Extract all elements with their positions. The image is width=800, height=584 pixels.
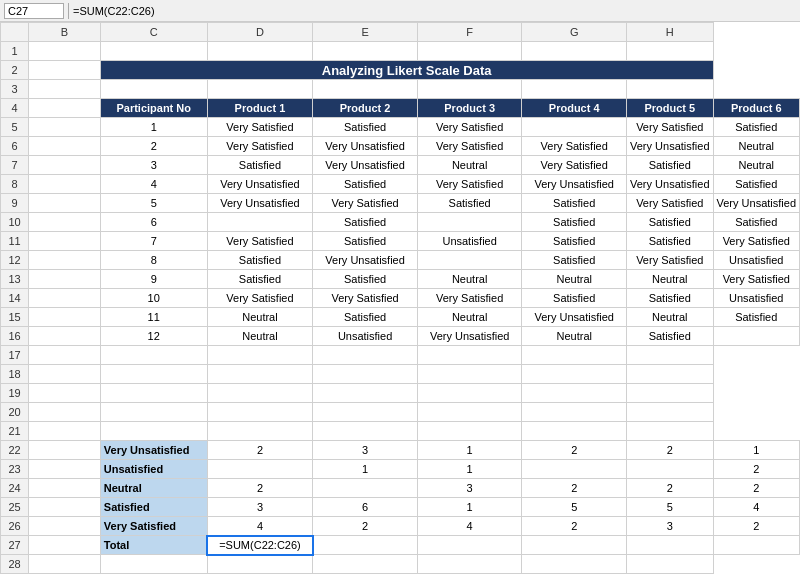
empty-cell	[417, 536, 522, 555]
summary-value-cell: 1	[313, 460, 418, 479]
empty-cell	[29, 99, 101, 118]
participant-no: 2	[100, 137, 207, 156]
empty-cell	[627, 365, 714, 384]
summary-label-cell: Unsatisfied	[100, 460, 207, 479]
summary-value-cell: 2	[713, 479, 799, 498]
product2-cell: Very Unsatisfied	[313, 156, 418, 175]
empty-cell	[29, 308, 101, 327]
product6-cell: Satisfied	[713, 308, 799, 327]
name-box[interactable]	[4, 3, 64, 19]
empty-cell	[100, 42, 207, 61]
row-header: 19	[1, 384, 29, 403]
summary-value-cell: 3	[207, 498, 313, 517]
col-product3-header: Product 3	[417, 99, 522, 118]
summary-value-cell: 1	[713, 441, 799, 460]
summary-value-cell: 2	[713, 517, 799, 536]
table-row: 18	[1, 365, 800, 384]
summary-value-cell: 2	[207, 479, 313, 498]
col-header-e[interactable]: E	[313, 23, 418, 42]
empty-cell	[29, 365, 101, 384]
product1-cell: Satisfied	[207, 270, 313, 289]
product3-cell: Very Satisfied	[417, 175, 522, 194]
summary-value-cell	[522, 460, 627, 479]
product3-cell: Neutral	[417, 308, 522, 327]
empty-cell	[627, 422, 714, 441]
col-header-g[interactable]: G	[522, 23, 627, 42]
table-row: 20	[1, 403, 800, 422]
row-header: 4	[1, 99, 29, 118]
participant-no: 1	[100, 118, 207, 137]
table-row: 128SatisfiedVery UnsatisfiedSatisfiedVer…	[1, 251, 800, 270]
row-header: 25	[1, 498, 29, 517]
summary-value-cell: 2	[207, 441, 313, 460]
product4-cell: Neutral	[522, 270, 627, 289]
summary-value-cell: 2	[522, 441, 627, 460]
empty-cell	[627, 346, 714, 365]
col-header-f[interactable]: F	[417, 23, 522, 42]
table-row: 117Very SatisfiedSatisfiedUnsatisfiedSat…	[1, 232, 800, 251]
product1-cell: Very Unsatisfied	[207, 194, 313, 213]
empty-cell	[29, 384, 101, 403]
table-row: 2Analyzing Likert Scale Data	[1, 61, 800, 80]
row-header: 18	[1, 365, 29, 384]
row-header: 20	[1, 403, 29, 422]
main-grid: B C D E F G H 12Analyzing Likert Scale D…	[0, 22, 800, 574]
product3-cell: Very Satisfied	[417, 289, 522, 308]
table-row: 139SatisfiedSatisfiedNeutralNeutralNeutr…	[1, 270, 800, 289]
formula-bar: =SUM(C22:C26)	[0, 0, 800, 22]
product5-cell: Satisfied	[627, 327, 714, 346]
participant-no: 6	[100, 213, 207, 232]
spreadsheet: =SUM(C22:C26) B C D E	[0, 0, 800, 584]
col-product2-header: Product 2	[313, 99, 418, 118]
table-row: 1	[1, 42, 800, 61]
row-header: 24	[1, 479, 29, 498]
participant-no: 11	[100, 308, 207, 327]
table-row: 27Total=SUM(C22:C26)	[1, 536, 800, 555]
empty-cell	[417, 384, 522, 403]
empty-cell	[29, 213, 101, 232]
col-header-d[interactable]: D	[207, 23, 313, 42]
product6-cell	[713, 327, 799, 346]
summary-value-cell: 4	[417, 517, 522, 536]
row-header: 10	[1, 213, 29, 232]
product2-cell: Satisfied	[313, 118, 418, 137]
product5-cell: Very Unsatisfied	[627, 175, 714, 194]
empty-cell	[100, 384, 207, 403]
table-row: 21	[1, 422, 800, 441]
table-row: 73SatisfiedVery UnsatisfiedNeutralVery S…	[1, 156, 800, 175]
row-header: 2	[1, 61, 29, 80]
empty-cell	[313, 555, 418, 574]
product2-cell: Satisfied	[313, 270, 418, 289]
formula-content: =SUM(C22:C26)	[73, 5, 796, 17]
summary-value-cell: 4	[207, 517, 313, 536]
col-header-c[interactable]: C	[100, 23, 207, 42]
product5-cell: Satisfied	[627, 289, 714, 308]
grid-wrapper: B C D E F G H 12Analyzing Likert Scale D…	[0, 22, 800, 584]
row-header: 23	[1, 460, 29, 479]
product4-cell: Very Satisfied	[522, 137, 627, 156]
total-formula-cell[interactable]: =SUM(C22:C26)	[207, 536, 313, 555]
table-row: 25Satisfied361554	[1, 498, 800, 517]
product6-cell: Very Unsatisfied	[713, 194, 799, 213]
empty-cell	[417, 80, 522, 99]
empty-cell	[417, 42, 522, 61]
empty-cell	[29, 42, 101, 61]
empty-cell	[207, 422, 313, 441]
col-header-h[interactable]: H	[627, 23, 714, 42]
product1-cell: Very Satisfied	[207, 118, 313, 137]
empty-cell	[313, 42, 418, 61]
row-header: 17	[1, 346, 29, 365]
empty-cell	[100, 365, 207, 384]
empty-cell	[627, 42, 714, 61]
empty-cell	[29, 441, 101, 460]
summary-value-cell: 4	[713, 498, 799, 517]
row-header: 6	[1, 137, 29, 156]
product4-cell: Satisfied	[522, 289, 627, 308]
empty-cell	[313, 403, 418, 422]
empty-cell	[207, 365, 313, 384]
participant-no: 4	[100, 175, 207, 194]
empty-cell	[29, 289, 101, 308]
row-header: 12	[1, 251, 29, 270]
col-product5-header: Product 5	[627, 99, 714, 118]
col-header-b[interactable]: B	[29, 23, 101, 42]
